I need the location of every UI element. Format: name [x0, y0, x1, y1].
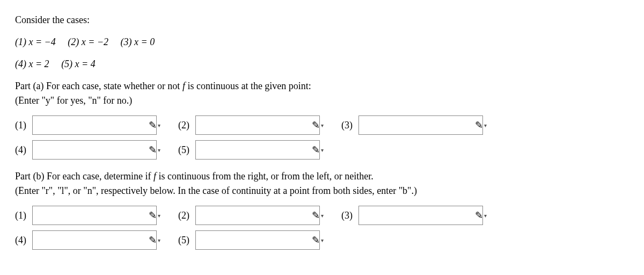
case-5: (5) x = 4	[61, 59, 96, 69]
caret-down-icon[interactable]: ▾	[158, 146, 160, 154]
part-a-prompt: Part (a) For each case, state whether or…	[15, 79, 629, 108]
pencil-icon: ✎	[149, 118, 157, 133]
input-a3[interactable]	[359, 116, 475, 134]
input-b5[interactable]	[196, 231, 312, 249]
label-a1: (1)	[15, 118, 32, 133]
label-a2: (2)	[178, 118, 195, 133]
input-wrap-b3[interactable]: ✎ ▾	[358, 206, 483, 225]
part-a-prompt-post: is continuous at the given point:	[185, 81, 311, 91]
input-b1[interactable]	[33, 206, 149, 225]
pencil-icon: ✎	[149, 143, 157, 157]
part-a-row-2: (4) ✎ ▾ (5) ✎ ▾	[15, 140, 629, 160]
input-wrap-a4[interactable]: ✎ ▾	[32, 140, 157, 160]
caret-down-icon[interactable]: ▾	[321, 146, 324, 154]
input-a1[interactable]	[33, 116, 149, 134]
cases-line-1: (1) x = −4 (2) x = −2 (3) x = 0	[15, 35, 629, 49]
input-icons: ✎ ▾	[312, 118, 327, 133]
pencil-icon: ✎	[149, 233, 157, 248]
label-b3: (3)	[341, 208, 358, 223]
input-wrap-b2[interactable]: ✎ ▾	[195, 206, 320, 225]
input-icons: ✎ ▾	[149, 208, 164, 223]
case-1: (1) x = −4	[15, 37, 56, 47]
input-icons: ✎ ▾	[475, 118, 490, 133]
input-a5[interactable]	[196, 141, 312, 159]
label-a3: (3)	[341, 118, 358, 133]
input-icons: ✎ ▾	[312, 208, 327, 223]
label-a5: (5)	[178, 143, 195, 157]
input-wrap-b5[interactable]: ✎ ▾	[195, 230, 320, 250]
input-wrap-b4[interactable]: ✎ ▾	[32, 230, 157, 250]
label-a4: (4)	[15, 143, 32, 157]
pencil-icon: ✎	[312, 208, 320, 223]
part-b-row-1: (1) ✎ ▾ (2) ✎ ▾ (3) ✎ ▾	[15, 206, 629, 225]
pencil-icon: ✎	[312, 143, 320, 157]
case-2: (2) x = −2	[68, 37, 108, 47]
part-b-prompt: Part (b) For each case, determine if f i…	[15, 169, 629, 198]
pencil-icon: ✎	[149, 208, 157, 223]
input-icons: ✎ ▾	[475, 208, 490, 223]
input-wrap-b1[interactable]: ✎ ▾	[32, 206, 157, 225]
input-icons: ✎ ▾	[149, 143, 164, 157]
pencil-icon: ✎	[475, 208, 483, 223]
pencil-icon: ✎	[312, 233, 320, 248]
pencil-icon: ✎	[475, 118, 483, 133]
caret-down-icon[interactable]: ▾	[158, 121, 160, 129]
part-b-hint: (Enter "r", "l", or "n", respectively be…	[15, 185, 417, 196]
part-b-prompt-pre: Part (b) For each case, determine if	[15, 171, 153, 182]
input-wrap-a5[interactable]: ✎ ▾	[195, 140, 320, 160]
caret-down-icon[interactable]: ▾	[484, 212, 487, 220]
label-b4: (4)	[15, 233, 32, 248]
part-b-row-2: (4) ✎ ▾ (5) ✎ ▾	[15, 230, 629, 250]
input-wrap-a1[interactable]: ✎ ▾	[32, 115, 157, 135]
part-a-prompt-pre: Part (a) For each case, state whether or…	[15, 81, 182, 91]
caret-down-icon[interactable]: ▾	[321, 121, 324, 129]
caret-down-icon[interactable]: ▾	[158, 212, 160, 220]
case-3: (3) x = 0	[121, 37, 155, 47]
part-a-hint: (Enter "y" for yes, "n" for no.)	[15, 95, 132, 106]
input-a2[interactable]	[196, 116, 312, 134]
input-icons: ✎ ▾	[312, 233, 327, 248]
case-4: (4) x = 2	[15, 59, 49, 69]
pencil-icon: ✎	[312, 118, 320, 133]
input-icons: ✎ ▾	[312, 143, 327, 157]
label-b2: (2)	[178, 208, 195, 223]
input-b3[interactable]	[359, 206, 475, 225]
caret-down-icon[interactable]: ▾	[321, 236, 324, 244]
caret-down-icon[interactable]: ▾	[158, 236, 160, 244]
cases-line-2: (4) x = 2 (5) x = 4	[15, 57, 629, 71]
input-icons: ✎ ▾	[149, 118, 164, 133]
input-icons: ✎ ▾	[149, 233, 164, 248]
input-wrap-a3[interactable]: ✎ ▾	[358, 115, 483, 135]
label-b5: (5)	[178, 233, 195, 248]
part-a-row-1: (1) ✎ ▾ (2) ✎ ▾ (3) ✎ ▾	[15, 115, 629, 135]
consider-cases-heading: Consider the cases:	[15, 13, 629, 27]
part-b-prompt-post: is continuous from the right, or from th…	[156, 171, 374, 182]
caret-down-icon[interactable]: ▾	[321, 212, 324, 220]
input-b4[interactable]	[33, 231, 149, 249]
input-b2[interactable]	[196, 206, 312, 225]
label-b1: (1)	[15, 208, 32, 223]
input-a4[interactable]	[33, 141, 149, 159]
input-wrap-a2[interactable]: ✎ ▾	[195, 115, 320, 135]
caret-down-icon[interactable]: ▾	[484, 121, 487, 129]
